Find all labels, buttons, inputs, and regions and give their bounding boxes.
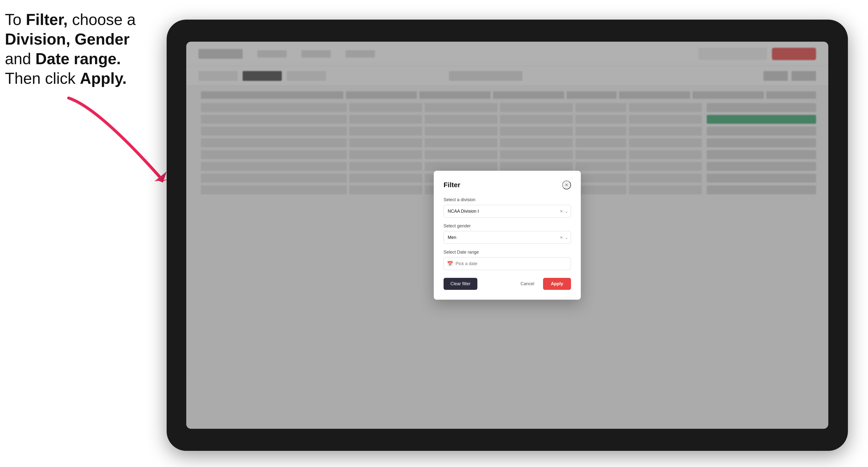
date-input-wrapper[interactable]: 📅 <box>443 257 571 270</box>
gender-select[interactable]: Men <box>443 231 571 244</box>
date-input[interactable] <box>443 257 571 270</box>
cancel-button[interactable]: Cancel <box>516 278 539 290</box>
gender-label: Select gender <box>443 223 571 228</box>
tablet-frame: Filter × Select a division NCAA Division… <box>167 20 848 451</box>
modal-footer: Clear filter Cancel Apply <box>443 278 571 290</box>
footer-right-actions: Cancel Apply <box>516 278 571 290</box>
instruction-line4: Then click Apply. <box>5 70 127 87</box>
instruction-bold2: Division, Gender <box>5 30 130 48</box>
division-clear-icon[interactable]: ✕ <box>560 209 563 214</box>
date-label: Select Date range <box>443 250 571 255</box>
date-form-group: Select Date range 📅 <box>443 250 571 270</box>
instruction-text: To Filter, choose a Division, Gender and… <box>5 10 147 88</box>
clear-filter-button[interactable]: Clear filter <box>443 278 477 290</box>
modal-header: Filter × <box>443 181 571 189</box>
filter-modal: Filter × Select a division NCAA Division… <box>434 171 581 300</box>
apply-button[interactable]: Apply <box>543 278 571 290</box>
instruction-line1: To Filter, choose a <box>5 11 136 28</box>
instruction-line3: and Date range. <box>5 50 121 68</box>
modal-overlay: Filter × Select a division NCAA Division… <box>186 42 828 429</box>
modal-title: Filter <box>443 181 460 189</box>
division-select-wrapper[interactable]: NCAA Division I ✕ ⌄ <box>443 205 571 218</box>
division-label: Select a division <box>443 197 571 203</box>
division-select[interactable]: NCAA Division I <box>443 205 571 218</box>
modal-close-button[interactable]: × <box>562 181 571 189</box>
division-form-group: Select a division NCAA Division I ✕ ⌄ <box>443 197 571 218</box>
gender-select-wrapper[interactable]: Men ✕ ⌄ <box>443 231 571 244</box>
gender-form-group: Select gender Men ✕ ⌄ <box>443 223 571 244</box>
gender-clear-icon[interactable]: ✕ <box>560 235 563 240</box>
tablet-screen: Filter × Select a division NCAA Division… <box>186 42 828 429</box>
